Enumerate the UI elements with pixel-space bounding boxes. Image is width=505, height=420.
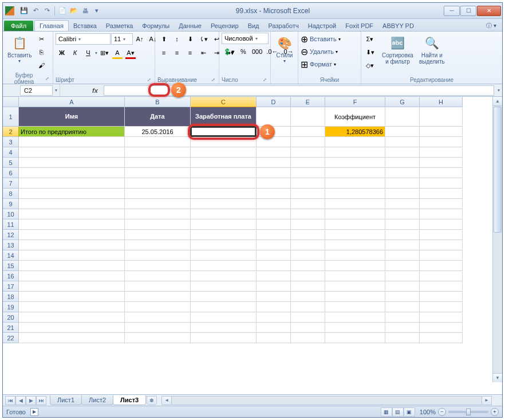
cell[interactable] [385, 168, 420, 178]
row-header[interactable]: 7 [3, 178, 19, 189]
cell[interactable] [125, 219, 191, 230]
maximize-button[interactable]: ☐ [460, 6, 476, 16]
format-cells-button[interactable]: Формат [310, 61, 332, 68]
cell[interactable] [385, 323, 420, 333]
macro-record-icon[interactable]: ▶ [30, 408, 38, 416]
new-sheet-icon[interactable]: ✽ [147, 396, 157, 405]
row-header[interactable]: 12 [3, 230, 19, 240]
cell[interactable] [257, 271, 291, 281]
tab-view[interactable]: Вид [243, 21, 264, 31]
cell[interactable] [191, 261, 257, 271]
bold-button[interactable]: Ж [56, 46, 68, 59]
cell[interactable] [191, 168, 257, 178]
cell[interactable] [420, 137, 463, 147]
scroll-thumb[interactable] [494, 107, 502, 233]
minimize-button[interactable]: ─ [444, 6, 460, 16]
row-header[interactable]: 5 [3, 158, 19, 168]
cell[interactable] [385, 281, 420, 292]
cell[interactable] [191, 281, 257, 292]
cell[interactable] [257, 261, 291, 271]
dialog-launcher-icon[interactable]: ⤢ [263, 77, 268, 83]
qat-btn[interactable]: 🖶 [80, 6, 90, 16]
cell[interactable] [191, 147, 257, 158]
cell[interactable] [19, 323, 125, 333]
row-header[interactable]: 10 [3, 209, 19, 219]
font-name-combo[interactable]: Calibri▾ [56, 33, 111, 45]
cell[interactable] [291, 250, 325, 261]
row-header[interactable]: 16 [3, 271, 19, 281]
cell[interactable] [191, 333, 257, 343]
cell[interactable] [291, 107, 325, 127]
insert-cells-button[interactable]: Вставить [310, 36, 337, 42]
column-header[interactable]: G [385, 97, 420, 107]
paste-button[interactable]: 📋 Вставить ▾ [5, 33, 34, 65]
page-break-view-icon[interactable]: ▣ [404, 407, 415, 417]
tab-home[interactable]: Главная [34, 20, 69, 31]
row-header[interactable]: 15 [3, 261, 19, 271]
cell[interactable] [325, 199, 385, 209]
vertical-scrollbar[interactable]: ▲ ▼ [492, 97, 502, 382]
cell[interactable] [257, 189, 291, 199]
row-header[interactable]: 11 [3, 219, 19, 230]
cell[interactable] [385, 261, 420, 271]
italic-button[interactable]: К [69, 46, 81, 59]
cell[interactable] [325, 168, 385, 178]
tab-review[interactable]: Рецензир [206, 21, 243, 31]
cell[interactable] [420, 271, 463, 281]
cell[interactable] [257, 158, 291, 168]
cell[interactable] [125, 261, 191, 271]
cell[interactable] [291, 302, 325, 312]
cell[interactable] [19, 302, 125, 312]
cell[interactable] [325, 158, 385, 168]
cell[interactable] [420, 312, 463, 323]
cell[interactable]: 25.05.2016 [125, 127, 191, 137]
qat-btn[interactable]: 📄 [57, 6, 68, 16]
find-select-button[interactable]: 🔍 Найти и выделить [417, 33, 447, 66]
cell[interactable] [325, 219, 385, 230]
cell[interactable] [325, 240, 385, 250]
cell[interactable] [291, 168, 325, 178]
cell[interactable] [125, 147, 191, 158]
sort-filter-button[interactable]: 🔤 Сортировка и фильтр [380, 33, 416, 66]
cell[interactable] [257, 312, 291, 323]
row-header[interactable]: 21 [3, 323, 19, 333]
row-header[interactable]: 2 [3, 127, 19, 137]
cell[interactable] [257, 199, 291, 209]
cell[interactable] [325, 147, 385, 158]
cell[interactable] [420, 209, 463, 219]
ribbon-minimize-icon[interactable]: ⓘ ▾ [483, 21, 500, 31]
cell[interactable] [385, 209, 420, 219]
cell[interactable] [385, 107, 420, 127]
cell[interactable] [325, 333, 385, 343]
file-tab[interactable]: Файл [4, 21, 33, 31]
cell[interactable] [19, 147, 125, 158]
cell[interactable] [385, 219, 420, 230]
cell[interactable] [420, 127, 463, 137]
cell[interactable] [19, 189, 125, 199]
cell[interactable] [291, 127, 325, 137]
cell[interactable]: Имя [19, 107, 125, 127]
cell[interactable] [291, 312, 325, 323]
cell[interactable] [420, 323, 463, 333]
close-button[interactable]: ✕ [477, 6, 501, 16]
cell[interactable] [420, 168, 463, 178]
sheet-nav-next-icon[interactable]: ▶ [26, 396, 36, 405]
cell[interactable] [125, 158, 191, 168]
row-header[interactable]: 20 [3, 312, 19, 323]
cell[interactable] [291, 147, 325, 158]
name-box[interactable]: C2 [20, 85, 53, 96]
cell[interactable] [191, 250, 257, 261]
row-header[interactable]: 8 [3, 189, 19, 199]
formula-bar-expand-icon[interactable]: ▾ [495, 88, 502, 93]
cell[interactable] [385, 158, 420, 168]
cell[interactable] [385, 292, 420, 302]
dialog-launcher-icon[interactable]: ⤢ [211, 77, 216, 83]
insert-function-button[interactable]: fx [89, 85, 101, 96]
align-bottom-icon[interactable]: ⬇ [184, 33, 196, 45]
column-header[interactable]: E [291, 97, 325, 107]
cell[interactable] [125, 333, 191, 343]
cell[interactable] [257, 240, 291, 250]
sheet-nav-first-icon[interactable]: ⏮ [5, 396, 15, 405]
cell[interactable] [291, 219, 325, 230]
cell[interactable] [291, 271, 325, 281]
